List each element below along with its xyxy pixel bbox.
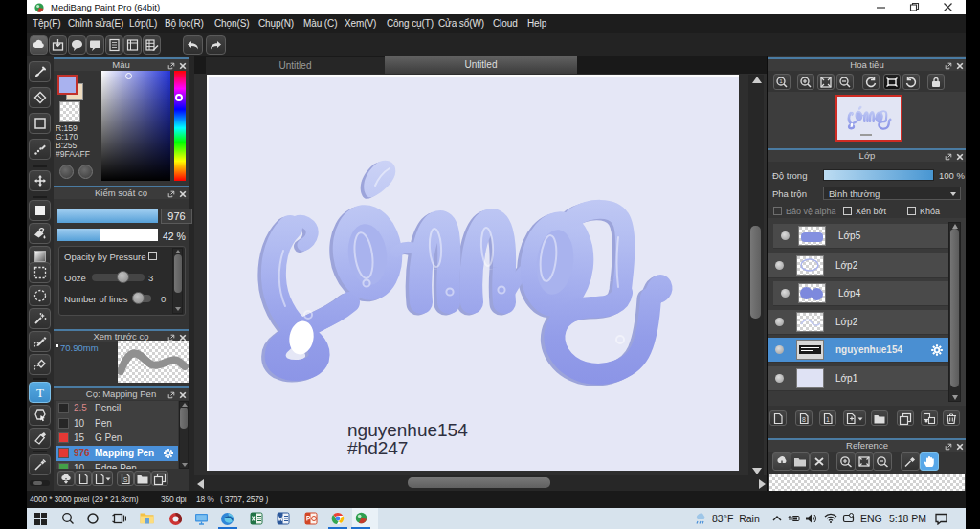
svg-text:1: 1 [779, 78, 782, 84]
svg-text:8: 8 [802, 416, 806, 423]
svg-text:1: 1 [826, 416, 830, 423]
svg-text:T: T [36, 386, 44, 400]
svg-text:S: S [123, 476, 128, 483]
